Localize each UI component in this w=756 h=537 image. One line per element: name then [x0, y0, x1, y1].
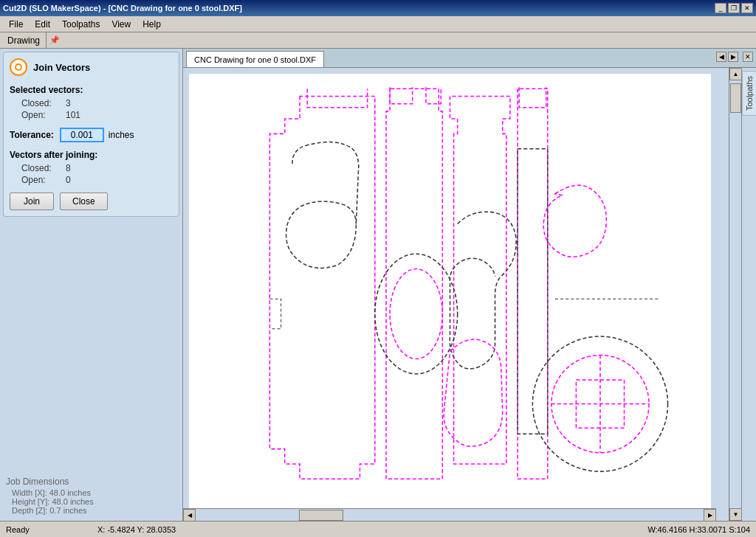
join-vectors-panel: Join Vectors Selected vectors: Closed: 3…	[3, 52, 179, 217]
join-vectors-header: Join Vectors	[10, 58, 173, 76]
minimize-button[interactable]: _	[715, 3, 726, 13]
restore-button[interactable]: ❐	[728, 3, 740, 13]
menubar: File Edit Toolpaths View Help	[0, 16, 756, 32]
tab-close-button[interactable]: ✕	[743, 52, 753, 62]
close-window-button[interactable]: ✕	[741, 3, 753, 13]
tab-bar: CNC Drawing for one 0 stool.DXF ◀ ▶ ✕	[183, 49, 756, 68]
tolerance-input[interactable]	[60, 128, 104, 142]
drawing-canvas[interactable]	[189, 74, 711, 509]
status-ready: Ready	[6, 525, 80, 534]
after-joining-section: Vectors after joining: Closed: 8 Open: 0	[10, 150, 173, 185]
statusbar: Ready X: -5.4824 Y: 28.0353 W:46.4166 H:…	[0, 521, 756, 537]
toolpaths-sidebar[interactable]: Toolpaths	[741, 68, 756, 521]
drawing-tab[interactable]: CNC Drawing for one 0 stool.DXF	[186, 51, 324, 67]
tab-prev-button[interactable]: ◀	[716, 52, 726, 62]
closed-label: Closed:	[21, 98, 66, 108]
selected-vectors-section: Selected vectors: Closed: 3 Open: 101	[10, 85, 173, 120]
hscroll-left-button[interactable]: ◀	[183, 509, 196, 522]
after-closed-value: 8	[66, 163, 71, 173]
join-vectors-title: Join Vectors	[33, 62, 90, 73]
menu-file[interactable]: File	[3, 18, 29, 31]
after-closed-row: Closed: 8	[21, 163, 173, 173]
open-row: Open: 101	[21, 110, 173, 120]
bottom-scrollbar: ◀ ▶	[183, 508, 716, 521]
join-button[interactable]: Join	[10, 193, 54, 210]
titlebar: Cut2D (SLO MakerSpace) - [CNC Drawing fo…	[0, 0, 756, 16]
hscroll-thumb[interactable]	[299, 510, 343, 521]
vscroll-thumb[interactable]	[730, 83, 741, 113]
after-open-label: Open:	[21, 175, 66, 185]
titlebar-controls[interactable]: _ ❐ ✕	[715, 3, 753, 13]
menu-help[interactable]: Help	[137, 18, 167, 31]
job-dimensions: Job Dimensions Width [X]: 48.0 inches He…	[3, 474, 179, 518]
closed-value: 3	[66, 98, 71, 108]
width-row: Width [X]: 48.0 inches	[12, 488, 176, 497]
after-open-value: 0	[66, 175, 71, 185]
job-dimensions-title: Job Dimensions	[6, 477, 176, 487]
tolerance-row: Tolerance: inches	[10, 128, 173, 142]
status-coords: X: -5.4824 Y: 28.0353	[97, 525, 630, 534]
cnc-drawing-svg	[189, 74, 711, 509]
right-scrollbar: ▲ ▼	[729, 68, 741, 521]
tab-next-button[interactable]: ▶	[728, 52, 738, 62]
close-button[interactable]: Close	[60, 193, 108, 210]
depth-value: 0.7 inches	[49, 506, 86, 515]
selected-vectors-label: Selected vectors:	[10, 85, 173, 95]
depth-row: Depth [Z]: 0.7 inches	[12, 506, 176, 515]
after-joining-label: Vectors after joining:	[10, 150, 173, 160]
join-vectors-icon	[10, 58, 27, 76]
status-dims: W:46.4166 H:33.0071 S:104	[647, 525, 750, 534]
menu-view[interactable]: View	[106, 18, 137, 31]
after-closed-label: Closed:	[21, 163, 66, 173]
height-value: 48.0 inches	[52, 497, 93, 506]
height-row: Height [Y]: 48.0 inches	[12, 497, 176, 506]
left-panel: Join Vectors Selected vectors: Closed: 3…	[0, 49, 183, 521]
width-label: Width [X]:	[12, 488, 47, 497]
titlebar-title: Cut2D (SLO MakerSpace) - [CNC Drawing fo…	[3, 4, 242, 13]
toolbar2: Drawing 📌	[0, 32, 756, 49]
hscroll-right-button[interactable]: ▶	[704, 509, 716, 522]
tab-nav: ◀ ▶	[716, 52, 738, 62]
right-panel: CNC Drawing for one 0 stool.DXF ◀ ▶ ✕	[183, 49, 756, 521]
closed-row: Closed: 3	[21, 98, 173, 108]
after-open-row: Open: 0	[21, 175, 173, 185]
open-label: Open:	[21, 110, 66, 120]
menu-toolpaths[interactable]: Toolpaths	[56, 18, 106, 31]
canvas-area: ◀ ▶ ▲ ▼ Toolpaths	[183, 68, 756, 521]
open-value: 101	[66, 110, 80, 120]
tab-title: CNC Drawing for one 0 stool.DXF	[194, 55, 316, 64]
tolerance-unit: inches	[109, 130, 134, 140]
hscroll-track[interactable]	[196, 509, 704, 522]
panel-pin-icon[interactable]: 📌	[47, 35, 63, 45]
vscroll-up-button[interactable]: ▲	[729, 68, 742, 80]
panel-label: Drawing	[1, 32, 47, 48]
vscroll-track[interactable]	[729, 80, 741, 508]
depth-label: Depth [Z]:	[12, 506, 47, 515]
toolpaths-label[interactable]: Toolpaths	[742, 71, 757, 116]
menu-edit[interactable]: Edit	[29, 18, 56, 31]
canvas-container: ◀ ▶	[183, 68, 729, 521]
button-row: Join Close	[10, 193, 173, 210]
width-value: 48.0 inches	[49, 488, 91, 497]
tolerance-label: Tolerance:	[10, 130, 54, 140]
height-label: Height [Y]:	[12, 497, 49, 506]
vscroll-down-button[interactable]: ▼	[729, 508, 742, 521]
